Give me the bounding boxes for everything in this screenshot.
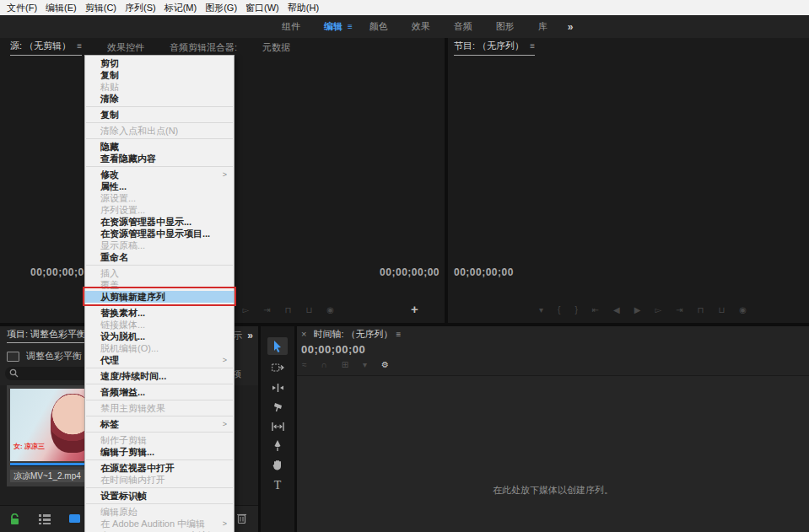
- menu-clip[interactable]: 剪辑(C): [81, 2, 121, 14]
- menu-item-copy[interactable]: 复制: [85, 69, 234, 81]
- ripple-edit-tool[interactable]: [267, 379, 288, 396]
- nested-sequence-icon[interactable]: ⊞: [342, 360, 348, 369]
- razor-tool[interactable]: [267, 398, 288, 416]
- tab-metadata[interactable]: 元数据: [262, 41, 290, 54]
- menu-item-properties[interactable]: 属性...: [85, 180, 234, 192]
- menu-item-rename[interactable]: 重命名: [85, 251, 234, 263]
- icon-view-button[interactable]: [69, 514, 81, 524]
- step-forward-icon[interactable]: ▻: [655, 305, 662, 314]
- menu-item-new-sequence-from-clip[interactable]: 从剪辑新建序列: [85, 291, 234, 303]
- marker-icon[interactable]: ▾: [539, 305, 543, 314]
- menu-item-clear[interactable]: 清除: [85, 93, 234, 105]
- step-forward-icon[interactable]: ▻: [243, 305, 250, 314]
- menu-window[interactable]: 窗口(W): [241, 2, 283, 14]
- tab-source[interactable]: 源: （无剪辑） ≡: [10, 40, 82, 56]
- menu-item-replace-footage[interactable]: 替换素材...: [85, 307, 234, 319]
- workspace-tab-menu-icon[interactable]: ≡: [348, 22, 353, 31]
- workspace-tab-color[interactable]: 颜色: [358, 20, 400, 33]
- lift-icon[interactable]: ⊓: [698, 305, 704, 314]
- menu-item-open-in-timeline[interactable]: 在时间轴内打开: [85, 474, 234, 486]
- menu-item-duplicate[interactable]: 复制: [85, 109, 234, 121]
- timeline-settings-icon[interactable]: ⚙: [381, 360, 389, 369]
- menu-graphics[interactable]: 图形(G): [201, 2, 241, 14]
- menu-item-source-settings[interactable]: 源设置...: [85, 192, 234, 204]
- workspace-overflow-icon[interactable]: »: [559, 21, 582, 33]
- mark-in-icon[interactable]: {: [558, 305, 560, 314]
- tab-audio-clip-mixer[interactable]: 音频剪辑混合器:: [170, 41, 237, 54]
- timeline-drop-area[interactable]: 在此处放下媒体以创建序列。: [297, 375, 809, 532]
- menu-item-open-in-source-monitor[interactable]: 在源监视器中打开: [85, 462, 234, 474]
- menu-item-edit-subclip[interactable]: 编辑子剪辑...: [85, 446, 234, 458]
- tab-timeline[interactable]: 时间轴: （无序列）: [313, 328, 392, 341]
- panel-overflow-icon[interactable]: »: [247, 330, 253, 341]
- menu-item-audio-gain[interactable]: 音频增益...: [85, 386, 234, 398]
- step-back-icon[interactable]: ◀: [613, 305, 620, 314]
- panel-menu-icon[interactable]: ≡: [396, 330, 402, 339]
- list-view-button[interactable]: [39, 514, 51, 524]
- menu-item-edit-original[interactable]: 编辑原始: [85, 506, 234, 518]
- menu-item-label[interactable]: 标签>: [85, 418, 234, 430]
- menu-edit[interactable]: 编辑(E): [41, 2, 81, 14]
- tab-program[interactable]: 节目: （无序列） ≡: [454, 40, 535, 56]
- menu-separator: [86, 459, 233, 460]
- snap-icon[interactable]: ≈: [302, 360, 307, 369]
- menu-item-reveal-project-in-explorer[interactable]: 在资源管理器中显示项目...: [85, 228, 234, 239]
- menu-item-overwrite[interactable]: 覆盖: [85, 279, 234, 291]
- type-tool[interactable]: T: [267, 476, 288, 494]
- tab-effect-controls[interactable]: 效果控件: [107, 41, 144, 54]
- menu-item-clear-in-out[interactable]: 清除入点和出点(N): [85, 125, 234, 137]
- workspace-tab-libraries[interactable]: 库: [526, 20, 559, 33]
- marker-icon[interactable]: ▾: [363, 360, 367, 369]
- export-frame-icon[interactable]: ◉: [739, 305, 747, 314]
- pen-tool[interactable]: [267, 437, 288, 454]
- menu-item-make-subclip[interactable]: 制作子剪辑: [85, 434, 234, 446]
- track-select-forward-tool[interactable]: [267, 358, 288, 376]
- button-editor-icon[interactable]: +: [411, 302, 418, 316]
- menu-item-view-hidden[interactable]: 查看隐藏内容: [85, 153, 234, 164]
- play-icon[interactable]: ▶: [634, 305, 641, 314]
- panel-menu-icon[interactable]: ≡: [530, 41, 535, 51]
- menu-file[interactable]: 文件(F): [3, 2, 41, 14]
- menu-item-insert[interactable]: 插入: [85, 267, 234, 279]
- mark-out-icon[interactable]: }: [574, 305, 577, 314]
- export-frame-icon[interactable]: ◉: [326, 305, 334, 314]
- menu-item-proxy[interactable]: 代理>: [85, 354, 234, 366]
- slip-tool[interactable]: [267, 417, 288, 435]
- linked-selection-icon[interactable]: ∩: [321, 360, 327, 369]
- close-icon[interactable]: ×: [301, 329, 306, 339]
- go-to-out-icon[interactable]: ⇥: [676, 305, 682, 314]
- insert-icon[interactable]: ⊓: [285, 305, 292, 314]
- go-to-in-icon[interactable]: ⇤: [592, 305, 599, 314]
- menu-item-paste[interactable]: 粘贴: [85, 81, 234, 93]
- menu-item-modify[interactable]: 修改>: [85, 169, 234, 180]
- menu-item-edit-in-audition[interactable]: 在 Adobe Audition 中编辑>: [85, 518, 234, 529]
- extract-icon[interactable]: ⊔: [718, 305, 725, 314]
- menu-item-offline-edit[interactable]: 脱机编辑(O)...: [85, 342, 234, 354]
- menu-item-speed-duration[interactable]: 速度/持续时间...: [85, 370, 234, 382]
- hand-tool[interactable]: [267, 456, 288, 474]
- menu-sequence[interactable]: 序列(S): [121, 2, 160, 14]
- workspace-tab-assembly[interactable]: 组件: [270, 20, 312, 33]
- menu-item-show-original[interactable]: 显示原稿...: [85, 239, 234, 251]
- workspace-tab-audio[interactable]: 音频: [442, 20, 484, 33]
- overwrite-icon[interactable]: ⊔: [305, 305, 312, 314]
- workspace-tab-effects[interactable]: 效果: [400, 20, 442, 33]
- menu-item-hide[interactable]: 隐藏: [85, 141, 234, 153]
- selection-tool[interactable]: [267, 337, 288, 355]
- menu-item-sequence-settings[interactable]: 序列设置...: [85, 204, 234, 216]
- delete-button[interactable]: [237, 513, 246, 524]
- menu-item-disable-masterclip-effects[interactable]: 禁用主剪辑效果: [85, 402, 234, 414]
- menu-item-cut[interactable]: 剪切: [85, 57, 234, 69]
- menu-marker[interactable]: 标记(M): [160, 2, 202, 14]
- panel-menu-icon[interactable]: ≡: [77, 41, 82, 51]
- project-name[interactable]: 调整色彩平衡: [26, 350, 82, 363]
- tab-project[interactable]: 项目: 调整色彩平衡: [7, 328, 86, 343]
- menu-item-reveal-in-explorer[interactable]: 在资源管理器中显示...: [85, 216, 234, 228]
- project-writable-icon[interactable]: [10, 513, 20, 525]
- workspace-tab-graphics[interactable]: 图形: [484, 20, 526, 33]
- menu-item-make-offline[interactable]: 设为脱机...: [85, 330, 234, 342]
- menu-item-link-media[interactable]: 链接媒体...: [85, 319, 234, 330]
- menu-help[interactable]: 帮助(H): [283, 2, 323, 14]
- menu-item-set-poster-frame[interactable]: 设置标识帧: [85, 490, 234, 502]
- go-to-out-icon[interactable]: ⇥: [263, 305, 270, 314]
